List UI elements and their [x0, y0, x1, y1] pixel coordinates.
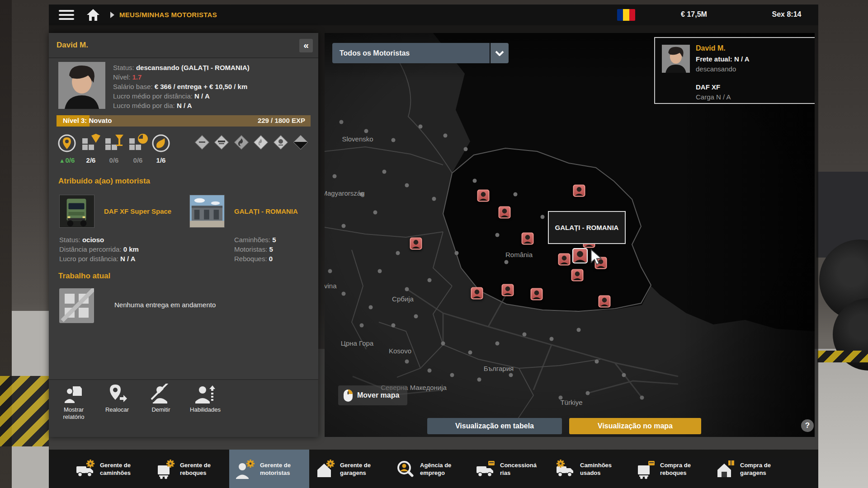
- show-report-button[interactable]: Mostrar relatório: [52, 384, 95, 421]
- adr-flammable-solids-icon: [252, 134, 269, 151]
- city-dot: [369, 305, 373, 310]
- city-dot: [340, 120, 344, 124]
- city-dot: [464, 147, 468, 151]
- map-country-label: rcegovina: [325, 282, 337, 290]
- city-dot: [473, 179, 477, 183]
- chevron-down-icon[interactable]: [491, 43, 509, 63]
- home-icon[interactable]: [86, 8, 100, 22]
- assigned-truck-label[interactable]: DAF XF Super Space: [104, 207, 171, 215]
- relocate-icon: [107, 384, 127, 404]
- city-dot: [595, 360, 599, 364]
- skills-button[interactable]: Habilidades: [184, 384, 226, 413]
- city-dot: [505, 260, 509, 264]
- skill-upgrade-arrow-icon: ▲: [59, 157, 65, 164]
- city-dot: [378, 269, 382, 273]
- driver-portrait: [58, 62, 105, 109]
- driver-info: Status: descansando (GALAȚI - ROMANIA) N…: [113, 63, 250, 110]
- map-country-label: Türkiye: [560, 399, 582, 406]
- driver-actions-bar: Mostrar relatório Realocar Demitir Habil…: [49, 379, 318, 437]
- adr-explosives-icon: [193, 134, 211, 151]
- nav-item-buy-garages[interactable]: Compra de garagens: [709, 450, 789, 488]
- city-dot: [450, 373, 454, 377]
- assigned-garage-label[interactable]: GALAȚI - ROMANIA: [234, 207, 298, 215]
- driver-detail-panel: David M. « Status: descansando (GALAȚI -…: [49, 33, 318, 437]
- truck-thumbnail[interactable]: [59, 195, 94, 228]
- adr-corrosives-icon: [292, 134, 309, 151]
- truck-gear-icon: [75, 459, 95, 479]
- menu-icon[interactable]: [59, 10, 75, 21]
- nav-item-label: Concessioná rias: [500, 461, 537, 477]
- skill-high-value-cargo[interactable]: 2/6: [80, 133, 101, 164]
- skill-long-distance[interactable]: ▲0/6: [57, 133, 77, 164]
- collapse-panel-button[interactable]: «: [299, 39, 313, 52]
- driver-marker[interactable]: [572, 248, 588, 263]
- city-dot: [373, 211, 377, 215]
- driver-marker[interactable]: [477, 190, 490, 202]
- city-dot: [586, 391, 590, 395]
- skill-eco-driving[interactable]: 1/6: [151, 133, 171, 164]
- driver-hover-card: David M. Frete atual: N / A descansando …: [654, 37, 815, 104]
- city-dot: [342, 292, 346, 296]
- dismiss-button[interactable]: Demitir: [140, 384, 182, 413]
- nav-item-label: Gerente de garagens: [340, 461, 371, 477]
- driver-marker[interactable]: [499, 206, 511, 219]
- nav-item-used-trucks[interactable]: Caminhões usados: [549, 450, 629, 488]
- driver-marker[interactable]: [558, 253, 571, 266]
- city-dot: [514, 192, 518, 197]
- nav-item-garage-manager[interactable]: Gerente de garagens: [309, 450, 389, 488]
- driver-marker[interactable]: [571, 269, 584, 282]
- player-money: € 17,5M: [660, 10, 728, 19]
- nav-item-label: Caminhões usados: [580, 461, 612, 477]
- assigned-heading: Atribuído a(ao) motorista: [58, 177, 150, 186]
- map-country-label: Србија: [392, 295, 414, 303]
- driver-marker[interactable]: [471, 287, 483, 300]
- nav-item-label: Compra de garagens: [740, 461, 771, 477]
- skill-urgent-delivery[interactable]: 0/6: [127, 133, 148, 164]
- skill-fragile-cargo[interactable]: 0/6: [104, 133, 124, 164]
- driver-marker[interactable]: [410, 238, 422, 250]
- driver-level-value: 1.7: [132, 73, 142, 81]
- city-dot: [428, 278, 432, 282]
- city-dot: [509, 373, 513, 377]
- garage-thumbnail[interactable]: [189, 195, 225, 228]
- driver-map-view[interactable]: SlovenskoMagyarországRomâniarcegovinaСрб…: [325, 33, 815, 437]
- dismiss-icon: [151, 384, 171, 404]
- high-value-cargo-icon: [80, 133, 101, 154]
- driver-marker[interactable]: [502, 284, 514, 296]
- driver-marker[interactable]: [599, 296, 611, 308]
- game-time: Sex 8:14: [755, 10, 818, 19]
- used-truck-icon: [556, 459, 576, 479]
- skills-icon: [195, 384, 215, 404]
- nav-item-buy-trailers[interactable]: Compra de reboques: [629, 450, 709, 488]
- nav-item-job-agency[interactable]: Agência de emprego: [389, 450, 469, 488]
- current-job-heading: Trabalho atual: [58, 272, 110, 281]
- panel-header: David M. «: [49, 33, 318, 58]
- driver-marker[interactable]: [531, 288, 543, 300]
- map-country-label: България: [484, 365, 514, 372]
- driver-marker[interactable]: [573, 185, 585, 197]
- buy-garage-icon: [716, 459, 736, 479]
- nav-item-driver-manager[interactable]: Gerente de motoristas: [229, 450, 309, 488]
- table-view-button[interactable]: Visualização em tabela: [427, 418, 562, 434]
- map-country-label: România: [505, 251, 533, 258]
- map-view-button[interactable]: Visualização no mapa: [569, 418, 701, 434]
- management-navbar: Gerente de caminhõesGerente de reboquesG…: [49, 450, 818, 488]
- driver-filter-value[interactable]: Todos os Motoristas: [332, 43, 490, 63]
- city-dot: [477, 378, 481, 382]
- driver-marker[interactable]: [522, 233, 534, 245]
- driver-filter-dropdown[interactable]: Todos os Motoristas: [332, 43, 509, 63]
- hover-truck: DAF XF: [696, 83, 720, 91]
- city-dot: [441, 342, 445, 346]
- city-dot: [328, 269, 332, 273]
- nav-item-trailer-manager[interactable]: Gerente de reboques: [149, 450, 229, 488]
- relocate-button[interactable]: Realocar: [96, 384, 138, 413]
- nav-item-dealerships[interactable]: Concessioná rias: [469, 450, 549, 488]
- help-icon[interactable]: ?: [801, 419, 814, 432]
- map-country-label: Magyarország: [325, 189, 365, 197]
- house-gear-icon: [316, 459, 335, 479]
- nav-item-truck-manager[interactable]: Gerente de caminhões: [69, 450, 149, 488]
- city-dot: [428, 369, 432, 373]
- city-dot: [622, 373, 626, 377]
- city-dot: [360, 324, 364, 328]
- hover-cargo: Carga N / A: [696, 93, 731, 101]
